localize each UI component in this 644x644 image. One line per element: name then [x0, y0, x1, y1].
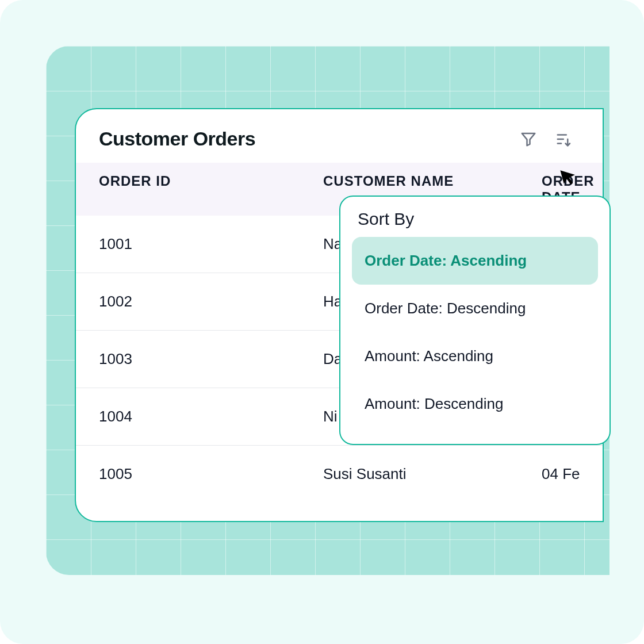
cell-order-id: 1003: [99, 350, 323, 368]
sort-option-amount-desc[interactable]: Amount: Descending: [352, 380, 598, 428]
card-title: Customer Orders: [99, 128, 255, 150]
cell-order-id: 1004: [99, 408, 323, 425]
column-header-order-id[interactable]: ORDER ID: [99, 173, 323, 205]
sort-option-amount-asc[interactable]: Amount: Ascending: [352, 332, 598, 380]
cell-order-id: 1005: [99, 465, 323, 483]
cell-order-date: 04 Fe: [542, 465, 580, 483]
cell-customer-name: Susi Susanti: [323, 465, 542, 483]
card-actions: [519, 129, 574, 149]
filter-icon: [520, 131, 537, 148]
table-row[interactable]: 1005 Susi Susanti 04 Fe: [76, 446, 603, 503]
card-header: Customer Orders: [76, 109, 603, 163]
sort-option-order-date-asc[interactable]: Order Date: Ascending: [352, 237, 598, 285]
sort-dropdown-title: Sort By: [352, 209, 598, 237]
sort-button[interactable]: [554, 129, 574, 149]
cursor-icon: [559, 167, 578, 189]
sort-icon: [555, 131, 573, 148]
svg-marker-0: [522, 133, 535, 145]
sort-dropdown: Sort By Order Date: Ascending Order Date…: [339, 195, 611, 445]
sort-option-order-date-desc[interactable]: Order Date: Descending: [352, 285, 598, 332]
filter-button[interactable]: [519, 129, 538, 149]
cell-order-id: 1002: [99, 293, 323, 310]
outer-frame: Customer Orders: [0, 0, 644, 644]
cell-order-id: 1001: [99, 235, 323, 253]
